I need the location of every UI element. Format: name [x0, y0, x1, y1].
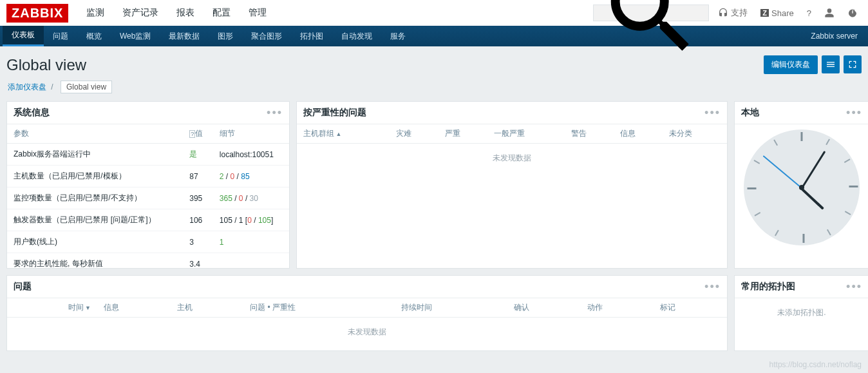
subnav-item[interactable]: Web监测 — [111, 26, 160, 46]
maps-menu-button[interactable]: ••• — [846, 285, 862, 289]
topnav-item[interactable]: 配置 — [203, 0, 240, 26]
problems-col[interactable]: 标记 — [654, 298, 727, 318]
sysinfo-param: Zabbix服务器端运行中 — [7, 144, 183, 166]
widget-maps: 常用的拓扑图 ••• 未添加拓扑图. — [734, 275, 868, 351]
subnav-item[interactable]: 最新数据 — [160, 26, 209, 46]
topnav-item[interactable]: 监测 — [77, 0, 113, 26]
fullscreen-button[interactable] — [844, 55, 862, 73]
header-right: 支持 Z Share ? — [593, 5, 862, 21]
problems-col[interactable]: 动作 — [581, 298, 654, 318]
sysinfo-param: 触发器数量（已启用/已禁用 [问题/正常]） — [7, 209, 183, 231]
sysinfo-col-param[interactable]: 参数 — [7, 124, 183, 144]
top-nav: 监测资产记录报表配置管理 — [77, 0, 276, 26]
problems-col[interactable]: 时间 ▼ — [7, 298, 97, 318]
edit-dashboard-button[interactable]: 编辑仪表盘 — [764, 55, 818, 74]
sysinfo-param: 监控项数量（已启用/已禁用/不支持） — [7, 187, 183, 209]
sysinfo-detail: 1 — [213, 231, 289, 253]
severity-col[interactable]: 一般严重 — [489, 124, 567, 144]
breadcrumb-sep: / — [51, 82, 53, 91]
support-link[interactable]: 支持 — [714, 5, 751, 21]
sysinfo-value: 是 — [183, 144, 213, 166]
severity-col[interactable]: 主机群组 ▲ — [297, 124, 391, 144]
subnav-item[interactable]: 图形 — [209, 26, 242, 46]
search-input[interactable] — [593, 5, 709, 21]
severity-table: 主机群组 ▲灾难严重一般严重警告信息未分类 — [297, 124, 727, 144]
breadcrumb-current: Global view — [61, 81, 112, 93]
sysinfo-row: 主机数量（已启用/已禁用/模板）872 / 0 / 85 — [7, 166, 289, 187]
clock-menu-button[interactable]: ••• — [846, 111, 862, 115]
widget-clock: 本地 ••• — [734, 101, 868, 269]
topnav-item[interactable]: 报表 — [167, 0, 203, 26]
sysinfo-row: 要求的主机性能, 每秒新值3.4 — [7, 253, 289, 275]
sysinfo-value: 106 — [183, 209, 213, 231]
sub-nav: 仪表板问题概览Web监测最新数据图形聚合图形拓扑图自动发现服务 Zabbix s… — [0, 26, 868, 46]
breadcrumb: 添加仪表盘 / Global view — [0, 78, 868, 101]
sysinfo-row: Zabbix服务器端运行中是localhost:10051 — [7, 144, 289, 166]
problems-col[interactable]: 确认 — [507, 298, 581, 318]
clock-face — [744, 129, 860, 245]
clock-second-hand — [763, 155, 802, 189]
clock-pivot — [799, 185, 804, 190]
severity-col[interactable]: 未分类 — [664, 124, 727, 144]
subnav-item[interactable]: 拓扑图 — [291, 26, 332, 46]
clock-title: 本地 — [741, 107, 759, 119]
sysinfo-value: 3.4 — [183, 253, 213, 275]
sysinfo-value: 3 — [183, 231, 213, 253]
widget-problems: 问题 ••• 时间 ▼信息主机问题 • 严重性持续时间确认动作标记 未发现数据 — [6, 275, 728, 351]
severity-col[interactable]: 严重 — [440, 124, 489, 144]
severity-col[interactable]: 灾难 — [391, 124, 440, 144]
menu-icon — [826, 59, 836, 70]
support-label: 支持 — [731, 7, 748, 19]
sysinfo-detail: 2 / 0 / 85 — [213, 166, 289, 187]
user-icon — [824, 8, 835, 18]
sysinfo-row: 用户数(线上)31 — [7, 231, 289, 253]
sysinfo-param: 要求的主机性能, 每秒新值 — [7, 253, 183, 275]
problems-table: 时间 ▼信息主机问题 • 严重性持续时间确认动作标记 — [7, 298, 727, 318]
problems-title: 问题 — [14, 281, 32, 292]
sysinfo-col-value[interactable]: ?值 — [183, 124, 213, 144]
problems-col[interactable]: 持续时间 — [395, 298, 508, 318]
subnav-item[interactable]: 自动发现 — [332, 26, 381, 46]
share-link[interactable]: Z Share — [757, 6, 797, 21]
sysinfo-table: 参数 ?值 细节 Zabbix服务器端运行中是localhost:10051主机… — [7, 124, 289, 274]
user-menu[interactable] — [820, 5, 838, 21]
problems-col[interactable]: 问题 • 严重性 — [243, 298, 395, 318]
sysinfo-menu-button[interactable]: ••• — [267, 111, 283, 115]
severity-menu-button[interactable]: ••• — [704, 111, 721, 115]
share-logo-icon: Z — [760, 9, 769, 17]
severity-nodata: 未发现数据 — [297, 144, 727, 173]
logo[interactable]: ZABBIX — [6, 4, 68, 23]
problems-nodata: 未发现数据 — [7, 318, 727, 347]
widget-system-info: 系统信息 ••• 参数 ?值 细节 Zabbix服务器端运行中是localhos… — [6, 101, 290, 269]
sysinfo-value: 395 — [183, 187, 213, 209]
headset-icon — [718, 8, 728, 18]
sysinfo-detail: localhost:10051 — [213, 144, 289, 166]
breadcrumb-add-link[interactable]: 添加仪表盘 — [8, 82, 46, 91]
sysinfo-row: 触发器数量（已启用/已禁用 [问题/正常]）106105 / 1 [0 / 10… — [7, 209, 289, 231]
severity-col[interactable]: 信息 — [615, 124, 664, 144]
sysinfo-detail — [213, 253, 289, 275]
severity-title: 按严重性的问题 — [303, 107, 366, 119]
logout-button[interactable] — [844, 5, 862, 21]
sysinfo-col-detail[interactable]: 细节 — [213, 124, 289, 144]
subnav-item[interactable]: 仪表板 — [3, 26, 44, 46]
top-header: ZABBIX 监测资产记录报表配置管理 支持 Z Share ? — [0, 0, 868, 26]
maps-empty: 未添加拓扑图. — [735, 298, 868, 327]
subnav-item[interactable]: 问题 — [44, 26, 77, 46]
help-link[interactable]: ? — [803, 6, 815, 21]
problems-menu-button[interactable]: ••• — [704, 285, 721, 289]
subnav-item[interactable]: 聚合图形 — [242, 26, 291, 46]
sysinfo-param: 用户数(线上) — [7, 231, 183, 253]
clock-minute-hand — [801, 151, 826, 189]
topnav-item[interactable]: 资产记录 — [113, 0, 167, 26]
problems-col[interactable]: 信息 — [97, 298, 171, 318]
sysinfo-value: 87 — [183, 166, 213, 187]
page-title: Global view — [6, 56, 86, 74]
subnav-item[interactable]: 服务 — [381, 26, 415, 46]
subnav-server-link[interactable]: Zabbix server — [803, 26, 865, 46]
dashboard-menu-button[interactable] — [822, 55, 840, 73]
topnav-item[interactable]: 管理 — [240, 0, 276, 26]
problems-col[interactable]: 主机 — [171, 298, 244, 318]
fullscreen-icon — [847, 59, 858, 70]
severity-col[interactable]: 警告 — [566, 124, 615, 144]
